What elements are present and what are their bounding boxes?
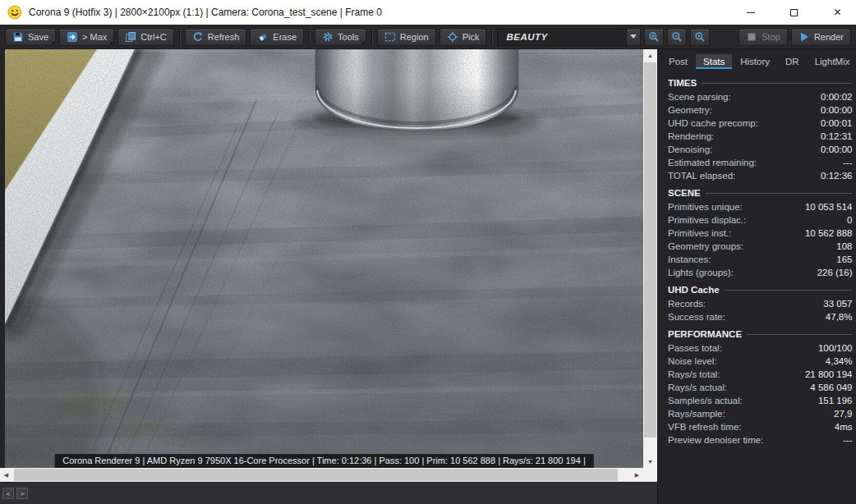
- copy-button[interactable]: Ctrl+C: [117, 28, 173, 46]
- vertical-scroll-thumb[interactable]: [644, 62, 656, 438]
- stat-value: 151 196: [818, 394, 853, 407]
- tab-post[interactable]: Post: [661, 54, 695, 69]
- stat-row: Passes total: 100/100: [668, 341, 852, 355]
- stats-section: PERFORMANCE Passes total: 100/100 Noise …: [668, 329, 852, 447]
- erase-button[interactable]: Erase: [250, 28, 304, 46]
- zoom-fit-button[interactable]: [690, 28, 710, 46]
- region-icon: [384, 31, 396, 43]
- render-button[interactable]: Render: [791, 28, 851, 46]
- tab-lightmix[interactable]: LightMix: [808, 54, 856, 69]
- stat-label: Lights (groups):: [668, 266, 734, 279]
- stat-value: 33 057: [823, 297, 852, 310]
- region-label: Region: [400, 32, 429, 42]
- stat-label: Primitives displac.:: [668, 213, 746, 227]
- stat-value: 0:00:00: [821, 103, 852, 117]
- stat-row: Primitives unique: 10 053 514: [668, 200, 852, 213]
- zoom-out-button[interactable]: [667, 28, 687, 46]
- stat-value: 0:00:02: [821, 90, 852, 103]
- stat-label: UHD cache precomp:: [668, 117, 758, 130]
- section-title: TIMES: [668, 78, 697, 88]
- save-label: Save: [28, 32, 48, 42]
- save-button[interactable]: Save: [5, 28, 56, 46]
- region-button[interactable]: Region: [377, 28, 436, 46]
- maximize-button[interactable]: [775, 0, 812, 25]
- stat-label: TOTAL elapsed:: [668, 169, 735, 182]
- tab-history[interactable]: History: [733, 54, 777, 69]
- stat-row: Primitives inst.: 10 562 888: [668, 227, 852, 240]
- stat-value: ---: [843, 156, 853, 169]
- minimize-button[interactable]: [732, 0, 769, 25]
- bottom-strip: < >: [0, 482, 657, 504]
- floppy-icon: [12, 31, 24, 43]
- tab-label: Post: [669, 57, 688, 66]
- stat-value: 27,9: [834, 407, 852, 420]
- titlebar[interactable]: Corona 9 (Hotfix 3) | 2800×2100px (1:1) …: [0, 0, 856, 25]
- close-button[interactable]: ✕: [819, 0, 856, 25]
- scroll-left-arrow[interactable]: ◀: [0, 472, 12, 479]
- zoom-in-button[interactable]: [644, 28, 664, 46]
- side-panel: PostStatsHistoryDRLightMix TIMES Scene p…: [657, 49, 856, 504]
- vertical-scrollbar[interactable]: ▲ ▼: [643, 49, 657, 468]
- stat-label: Scene parsing:: [668, 90, 731, 103]
- pick-label: Pick: [463, 32, 480, 42]
- stat-value: 100/100: [818, 341, 853, 355]
- zoom-in-icon: [648, 31, 660, 43]
- stat-row: Preview denoiser time: ---: [668, 433, 852, 447]
- tab-label: LightMix: [815, 57, 850, 66]
- stat-label: Primitives unique:: [668, 200, 743, 213]
- stat-row: Estimated remaining: ---: [668, 156, 852, 169]
- render-viewport[interactable]: Corona Renderer 9 | AMD Ryzen 9 7950X 16…: [5, 49, 643, 468]
- stats-section: TIMES Scene parsing: 0:00:02 Geometry: 0…: [668, 78, 852, 182]
- stat-row: Denoising: 0:00:00: [668, 143, 852, 156]
- stat-label: Geometry groups:: [668, 240, 743, 253]
- channel-dropdown-button[interactable]: [627, 28, 641, 46]
- tools-button[interactable]: Tools: [315, 28, 366, 46]
- render-statusbar: Corona Renderer 9 | AMD Ryzen 9 7950X 16…: [54, 454, 594, 468]
- section-title: SCENE: [668, 188, 701, 198]
- stat-row: VFB refresh time: 4ms: [668, 420, 852, 433]
- refresh-button[interactable]: Refresh: [185, 28, 247, 46]
- crosshair-icon: [447, 31, 458, 43]
- stat-value: 10 562 888: [805, 227, 853, 240]
- stat-row: Noise level: 4,34%: [668, 355, 852, 368]
- stat-value: 4,34%: [826, 355, 853, 368]
- chevron-down-icon: [630, 34, 637, 39]
- stat-label: Records:: [668, 297, 706, 310]
- stat-label: Rays/s actual:: [668, 381, 727, 394]
- tab-dr[interactable]: DR: [778, 54, 807, 69]
- scroll-right-arrow[interactable]: ▶: [631, 472, 643, 479]
- stat-label: Estimated remaining:: [668, 156, 757, 169]
- minimize-icon: [747, 12, 755, 13]
- window-title: Corona 9 (Hotfix 3) | 2800×2100px (1:1) …: [29, 7, 725, 18]
- smiley-icon: [7, 5, 22, 20]
- section-rule: [725, 290, 853, 291]
- tab-stats[interactable]: Stats: [696, 54, 732, 69]
- section-rule: [747, 334, 852, 335]
- stat-row: Rays/s actual: 4 586 049: [668, 381, 852, 394]
- viewport-column: Corona Renderer 9 | AMD Ryzen 9 7950X 16…: [0, 49, 657, 504]
- stat-row: Scene parsing: 0:00:02: [668, 90, 852, 103]
- scroll-up-arrow[interactable]: ▲: [643, 49, 657, 62]
- stat-row: Geometry groups: 108: [668, 240, 852, 253]
- scroll-down-arrow[interactable]: ▼: [643, 456, 657, 468]
- send-to-max-button[interactable]: > Max: [59, 28, 114, 46]
- gear-icon: [322, 31, 334, 43]
- stat-label: Rendering:: [668, 130, 714, 143]
- stop-button[interactable]: Stop: [739, 28, 788, 46]
- channel-select[interactable]: BEAUTY: [497, 28, 641, 46]
- stat-value: 165: [836, 253, 852, 266]
- send-to-max-label: > Max: [82, 32, 107, 42]
- nav-right-button[interactable]: >: [16, 488, 28, 499]
- nav-left-button[interactable]: <: [2, 488, 14, 499]
- stat-row: Records: 33 057: [668, 297, 852, 310]
- stat-label: Denoising:: [668, 143, 712, 156]
- pick-button[interactable]: Pick: [440, 28, 487, 46]
- horizontal-scroll-thumb[interactable]: [14, 469, 618, 481]
- horizontal-scrollbar[interactable]: ◀ ▶: [0, 468, 657, 482]
- stat-label: Geometry:: [668, 103, 712, 117]
- stat-label: Instances:: [668, 253, 711, 266]
- stats-section: SCENE Primitives unique: 10 053 514 Prim…: [668, 188, 852, 279]
- stat-value: 0:00:01: [821, 117, 852, 130]
- stat-label: Preview denoiser time:: [668, 433, 763, 447]
- section-title: PERFORMANCE: [668, 329, 742, 339]
